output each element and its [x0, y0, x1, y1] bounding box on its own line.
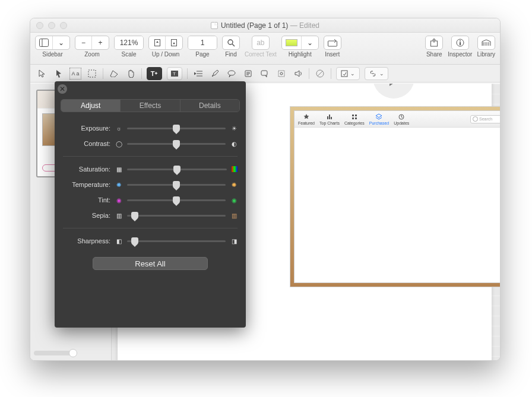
svg-text:T: T — [173, 71, 176, 77]
svg-rect-11 — [88, 70, 96, 77]
svg-line-20 — [318, 71, 322, 76]
image-adjust-panel: ✕ Adjust Effects Details Exposure: ☼ ☀ C… — [55, 81, 246, 328]
text-box-button[interactable]: T — [167, 67, 182, 80]
page-down-button[interactable] — [166, 36, 182, 49]
zoom-out-button[interactable]: − — [75, 36, 92, 49]
contrast-low-icon: ◯ — [115, 140, 122, 147]
window-title: Untitled (Page 1 of 1) — Edited — [30, 21, 500, 30]
library-button[interactable] — [478, 36, 495, 49]
svg-rect-23 — [329, 115, 330, 119]
svg-point-4 — [228, 40, 233, 45]
arrow-graphic-icon — [373, 84, 414, 99]
document-icon — [211, 22, 218, 29]
thumb-scrollbar-knob[interactable] — [69, 349, 77, 357]
adjust-tabs: Adjust Effects Details — [61, 99, 240, 112]
main-toolbar: ⌄ Sidebar − + Zoom 121% Scale Up / Down … — [30, 33, 500, 65]
svg-point-18 — [280, 72, 283, 75]
panel-close-button[interactable]: ✕ — [58, 84, 67, 94]
sepia-label: Sepia: — [63, 212, 110, 219]
zoom-in-button[interactable]: + — [92, 36, 109, 49]
tab-details[interactable]: Details — [180, 100, 239, 112]
highlight-button[interactable] — [282, 36, 302, 49]
saturation-slider[interactable] — [127, 169, 227, 170]
scale-field[interactable]: 121% — [115, 36, 143, 49]
tint-slider[interactable] — [127, 199, 226, 201]
reset-all-button[interactable]: Reset All — [93, 257, 208, 270]
sharp-low-icon: ◧ — [115, 237, 122, 244]
inspector-button[interactable] — [452, 36, 468, 49]
embedded-image[interactable]: Featured Top Charts Categories Purchased… — [290, 106, 500, 287]
temperature-slider[interactable] — [127, 184, 226, 186]
callout-icon[interactable] — [259, 68, 271, 80]
svg-rect-27 — [352, 117, 354, 119]
sepia-slider[interactable] — [127, 215, 226, 217]
titlebar: Untitled (Page 1 of 1) — Edited — [30, 18, 500, 33]
tint-magenta-icon: ◉ — [115, 196, 122, 204]
page-up-button[interactable] — [149, 36, 166, 49]
insert-button[interactable] — [324, 36, 341, 49]
sun-dim-icon: ☼ — [115, 125, 122, 132]
sidebar-menu[interactable]: ⌄ — [53, 36, 69, 49]
svg-rect-26 — [355, 115, 357, 116]
text-select-icon[interactable]: A a — [69, 68, 81, 80]
link-dropdown[interactable]: ⌄ — [365, 67, 388, 80]
sound-icon[interactable] — [292, 68, 304, 80]
temperature-label: Temperature: — [63, 181, 110, 188]
highlight-menu[interactable]: ⌄ — [302, 36, 318, 49]
note-icon[interactable] — [242, 68, 254, 80]
embed-search: Search — [470, 115, 500, 123]
svg-rect-25 — [352, 115, 354, 116]
contrast-slider[interactable] — [127, 143, 226, 145]
sharp-high-icon: ◨ — [230, 237, 238, 244]
embed-tab-purchased: Purchased — [369, 113, 389, 125]
arrow-cursor-icon[interactable] — [36, 68, 48, 80]
find-button[interactable] — [223, 36, 239, 49]
page-field[interactable]: 1 — [188, 36, 217, 49]
sidebar-button[interactable] — [36, 36, 53, 49]
embed-tab-topcharts: Top Charts — [319, 113, 340, 125]
marquee-icon[interactable] — [86, 68, 98, 80]
text-tool-button[interactable]: T✦ — [147, 67, 162, 80]
stamp-icon[interactable] — [276, 68, 287, 80]
sepia-off-icon: ▥ — [115, 212, 122, 219]
svg-rect-24 — [331, 117, 332, 119]
temp-warm-icon: ✺ — [230, 181, 238, 188]
svg-line-5 — [232, 44, 235, 46]
crop-dropdown[interactable]: ⌄ — [336, 67, 360, 80]
tab-adjust[interactable]: Adjust — [61, 100, 121, 112]
saturation-label: Saturation: — [63, 166, 110, 173]
svg-rect-16 — [261, 71, 267, 75]
embed-toolbar: Featured Top Charts Categories Purchased… — [294, 111, 500, 128]
tint-label: Tint: — [63, 196, 110, 204]
no-entry-icon[interactable] — [314, 68, 326, 80]
comment-icon[interactable] — [226, 68, 238, 80]
tab-effects[interactable]: Effects — [121, 100, 180, 112]
exposure-label: Exposure: — [63, 125, 110, 132]
sepia-on-icon: ▥ — [230, 212, 238, 219]
indent-icon[interactable] — [192, 68, 204, 80]
embed-tab-updates: Updates — [394, 113, 409, 125]
saturation-high-icon — [232, 166, 238, 172]
contrast-label: Contrast: — [63, 140, 110, 147]
share-button[interactable] — [426, 36, 442, 49]
svg-rect-22 — [327, 116, 328, 119]
pointer-icon[interactable] — [53, 68, 65, 80]
embed-body: OPENUPDATEUPDATEUPDATEUPDATEINSTALLINSTA… — [294, 128, 500, 282]
eraser-icon[interactable] — [108, 68, 120, 80]
embed-tab-featured: Featured — [298, 113, 315, 125]
sun-bright-icon: ☀ — [230, 125, 238, 132]
temp-cold-icon: ✺ — [115, 181, 122, 188]
contrast-high-icon: ◐ — [230, 140, 238, 147]
highlight-pen-icon[interactable] — [209, 68, 221, 80]
svg-rect-28 — [355, 117, 357, 119]
svg-rect-0 — [40, 39, 49, 47]
svg-rect-17 — [278, 71, 284, 77]
exposure-slider[interactable] — [127, 128, 226, 129]
hand-icon[interactable] — [125, 68, 137, 80]
highlight-swatch-icon — [286, 39, 297, 46]
tint-green-icon: ◉ — [230, 196, 238, 204]
svg-point-9 — [460, 40, 461, 42]
format-bar: A a T✦ T ⌄ ⌄ — [30, 65, 500, 82]
sharpness-slider[interactable] — [127, 240, 226, 242]
sharpness-label: Sharpness: — [63, 237, 110, 244]
